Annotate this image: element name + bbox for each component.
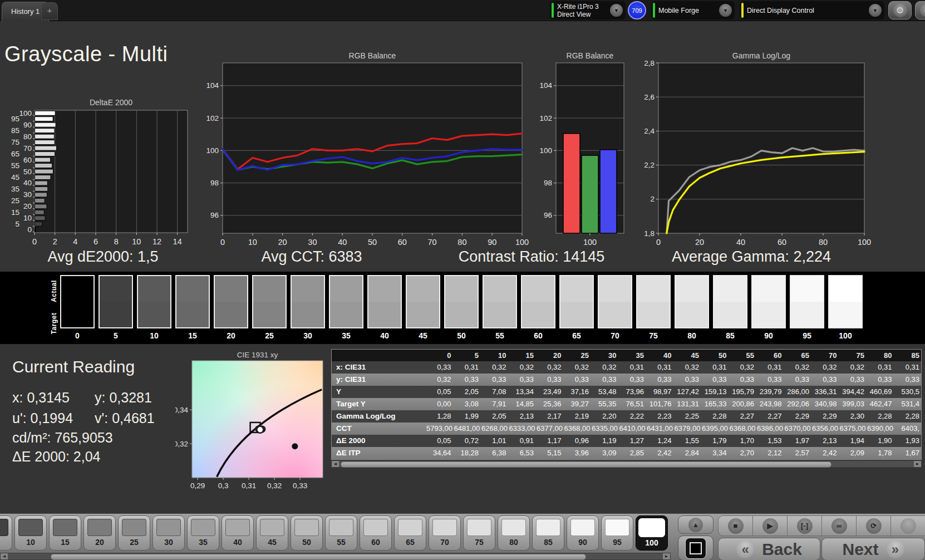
table-cell: 1,01 [481, 435, 509, 447]
patch-button-100[interactable]: 100 [636, 515, 668, 551]
svg-text:4: 4 [73, 237, 77, 246]
patch-button-70[interactable]: 70 [429, 515, 461, 551]
table-cell: 70 [812, 350, 840, 361]
patch-level-label: 90 [567, 538, 598, 547]
swatch-color [444, 275, 479, 328]
patch-button-10[interactable]: 10 [14, 515, 47, 551]
patch-color [122, 519, 146, 536]
settings-button[interactable]: ⚙ [888, 1, 912, 19]
svg-text:35: 35 [11, 185, 19, 193]
patch-color [605, 519, 629, 536]
patch-color [570, 519, 595, 536]
patch-button-75[interactable]: 75 [463, 515, 495, 551]
loop-infinite-button[interactable]: ∞ [821, 515, 856, 536]
patch-level-label: 75 [464, 538, 495, 547]
svg-text:0,32: 0,32 [175, 440, 188, 448]
swatch-color [598, 275, 632, 328]
table-cell: 0,00 [426, 398, 454, 410]
table-cell: 0,32 [481, 361, 509, 374]
patch-button-95[interactable]: 95 [601, 515, 633, 551]
target-label: Target [50, 305, 58, 342]
colorspace-badge[interactable]: 709 [628, 1, 646, 19]
patch-button-45[interactable]: 45 [256, 515, 288, 551]
patch-button-15[interactable]: 15 [49, 515, 81, 551]
table-scrollbar-thumb[interactable] [341, 461, 831, 468]
grayscale-swatch-strip: Actual Target 05101520253035404550556065… [0, 272, 925, 344]
patch-button-20[interactable]: 20 [83, 515, 116, 551]
patch-button-80[interactable]: 80 [498, 515, 530, 551]
svg-text:40: 40 [736, 238, 745, 247]
scroll-left-icon[interactable]: ◄ [1, 553, 8, 559]
patch-button-50[interactable]: 50 [291, 515, 323, 551]
patch-level-label: 45 [257, 538, 288, 547]
patch-color [225, 519, 250, 536]
range-button[interactable]: [-] [787, 515, 821, 536]
table-cell: 530,5 [895, 386, 922, 398]
patch-button-55[interactable]: 55 [325, 515, 357, 551]
swatch-level-label: 35 [329, 331, 363, 340]
collapse-panel-button[interactable]: ◀ [915, 1, 925, 19]
table-cell: 0,33 [647, 374, 675, 386]
svg-text:5: 5 [15, 220, 19, 228]
table-cell: 0 [426, 350, 454, 361]
meter-dropdown[interactable]: X-Rite i1Pro 3 Direct View ▼ [550, 1, 626, 19]
scroll-right-icon[interactable]: ► [914, 461, 921, 467]
reading-y: y: 0,3281 [95, 390, 152, 406]
swatch-level-label: 0 [60, 331, 95, 340]
patch-level-label: 95 [602, 538, 633, 547]
grayscale-swatch-35: 35 [329, 275, 363, 340]
pattern-window-button[interactable] [678, 536, 714, 560]
rgb-balance-line-chart: 96981001021040102030405060708090100RGB B… [200, 52, 534, 252]
patch-level-label: 15 [50, 538, 81, 547]
grayscale-swatch-0: 0 [60, 275, 95, 340]
table-cell: 6,38 [481, 447, 509, 459]
swatch-color [252, 275, 287, 328]
table-cell: 195,79 [730, 386, 757, 398]
table-cell: 3,96 [564, 447, 592, 459]
table-cell: 2,17 [537, 410, 564, 423]
table-cell: 0,33 [812, 374, 840, 386]
patch-color [329, 519, 353, 536]
patch-button-90[interactable]: 90 [567, 515, 599, 551]
display-control-dropdown[interactable]: Direct Display Control ▼ [740, 1, 884, 19]
next-label: Next [842, 540, 878, 559]
patch-color [53, 519, 77, 536]
grayscale-swatch-95: 95 [790, 275, 824, 340]
patch-button-65[interactable]: 65 [394, 515, 426, 551]
table-scrollbar[interactable]: ◄ ► [331, 460, 922, 468]
table-cell: 0,91 [509, 435, 537, 447]
patch-button-85[interactable]: 85 [532, 515, 564, 551]
next-button[interactable]: Next » [821, 538, 925, 560]
stop-icon: ■ [728, 518, 744, 534]
back-button[interactable]: « Back [718, 538, 820, 560]
add-tab-button[interactable]: + [41, 2, 58, 20]
patch-scrollbar[interactable]: ◄ ► [0, 553, 671, 560]
record-button[interactable] [890, 515, 925, 536]
grayscale-swatch-10: 10 [137, 275, 171, 340]
table-cell: 0,33 [840, 374, 868, 386]
table-cell: 6386,00 [757, 423, 785, 435]
patch-button-60[interactable]: 60 [360, 515, 392, 551]
playback-controls: ■▶[-]∞⟳ [718, 515, 925, 536]
play-button[interactable]: ▶ [752, 515, 787, 536]
patch-button-30[interactable]: 30 [152, 515, 185, 551]
patch-list-up-button[interactable]: ▲ [678, 515, 714, 534]
patch-level-label: 30 [153, 538, 184, 547]
swatch-color [99, 275, 133, 328]
patch-scrollbar-thumb[interactable] [51, 554, 586, 560]
table-cell: 0,33 [895, 374, 922, 386]
table-row-label: Target Y [332, 398, 426, 410]
patch-button-5[interactable]: 5 [0, 515, 12, 551]
svg-text:65: 65 [11, 150, 19, 158]
scroll-right-icon[interactable]: ► [663, 553, 670, 559]
scroll-left-icon[interactable]: ◄ [332, 461, 339, 467]
patch-button-25[interactable]: 25 [118, 515, 150, 551]
patch-button-35[interactable]: 35 [187, 515, 219, 551]
grayscale-swatch-45: 45 [406, 275, 440, 340]
svg-text:20: 20 [695, 238, 704, 247]
patch-button-40[interactable]: 40 [222, 515, 254, 551]
stop-button[interactable]: ■ [718, 515, 752, 536]
refresh-button[interactable]: ⟳ [856, 515, 890, 536]
table-cell: 6403, [895, 423, 922, 435]
source-dropdown[interactable]: Mobile Forge ▼ [651, 1, 735, 19]
